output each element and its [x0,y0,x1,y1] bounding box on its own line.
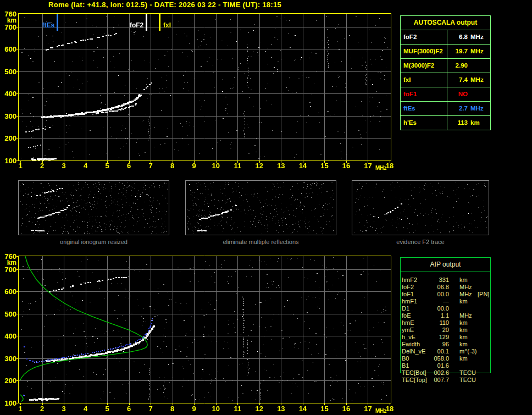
y-axis-unit-label: km [1,16,16,24]
row-value: 06.8 [433,284,449,291]
table-row: h'Es113km [401,116,490,130]
bottom-ionogram-plot [16,256,392,406]
aip-row: Ewidth96km [402,341,530,348]
row-value: 20 [433,327,449,334]
row-value: 113 [447,116,468,130]
x-tick-label: 3 [62,162,65,170]
marker-label-ftEs: ftEs [42,21,55,29]
aip-row: TEC[Top]007.7TECU [402,377,530,384]
x-tick-label: 8 [170,162,174,170]
x-tick-label: 1 [18,405,22,413]
x-tick-label: 1 [18,162,22,170]
y-tick-label: 500 [1,67,16,75]
row-unit: MHz [470,102,487,115]
row-value: 002.6 [433,369,449,377]
row-value: 01.6 [433,362,449,369]
row-label: h_vE [402,334,433,341]
x-axis-unit-label: MHz [375,165,387,171]
y-tick-label: 300 [1,112,16,120]
row-value: 2.90 [447,59,468,73]
x-tick-label: 12 [256,162,263,170]
x-tick-label: 7 [149,405,153,413]
x-tick-label: 2 [40,405,44,413]
row-label: foF2 [401,30,447,44]
autoscala-output-table: AUTOSCALA output foF26.8MHzMUF(3000)F219… [400,15,491,130]
autoscala-screen: Rome (lat: +41.8, lon: 012.5) - DATE: 20… [0,0,532,415]
autoscala-table-rows: foF26.8MHzMUF(3000)F219.7MHzM(3000)F22.9… [401,30,490,130]
processing-panel-3 [352,180,489,235]
row-value: 00.0 [433,291,449,298]
row-value: 2.7 [447,102,468,115]
row-value: NO [447,87,468,101]
row-unit: TECU [459,377,476,384]
row-label: TEC[Top] [402,377,433,384]
row-label: B0 [402,355,433,362]
x-tick-label: 11 [234,405,241,413]
row-unit: km [459,276,476,284]
row-value-cell: 19.7MHz [447,45,490,58]
x-tick-label: 4 [84,405,87,413]
row-unit: km [470,116,487,130]
y-axis-unit-label: km [1,259,16,267]
marker-label-foF2: foF2 [130,21,143,29]
row-unit: MHz [470,30,487,44]
row-unit: TECU [459,369,476,377]
table-row: MUF(3000)F219.7MHz [401,45,490,59]
y-tick-label: 400 [1,90,16,98]
x-tick-label: 14 [299,405,307,413]
autoscala-table-header: AUTOSCALA output [401,16,490,30]
row-label: ftEs [401,102,447,115]
row-unit: MHz [459,284,476,291]
aip-row: B101.6 [402,362,530,369]
aip-row: TEC[Bot]002.6TECU [402,369,530,377]
row-label: D1 [402,305,433,312]
row-unit: MHz [470,73,487,87]
x-tick-label: 17 [364,162,372,170]
row-value-cell: 113km [447,116,490,130]
panel-caption: eliminate multiple reflections [185,239,336,245]
aip-row: hmF1---km [402,298,530,305]
x-tick-label: 14 [299,162,307,170]
table-row: foF26.8MHz [401,30,490,45]
row-value: 00.1 [433,348,449,355]
x-tick-label: 13 [277,162,285,170]
row-unit: MHz [470,45,487,58]
row-value: 7.4 [447,73,468,87]
row-label: hmF2 [402,276,433,284]
x-tick-label: 9 [192,162,196,170]
row-unit [470,87,487,101]
y-tick-label: 600 [1,287,16,296]
row-unit: km [459,334,476,341]
row-extra: [PN] [478,291,489,298]
row-unit: m^(-3) [459,348,476,355]
x-tick-label: 10 [212,162,220,170]
row-value: 96 [433,341,449,348]
aip-row: B0058.0km [402,355,530,362]
y-tick-label: 400 [1,332,16,340]
row-label: foF2 [402,284,433,291]
x-tick-label: 18 [386,162,394,170]
x-tick-label: 12 [256,405,263,413]
aip-row: h_vE129km [402,334,530,341]
aip-row: foF100.0MHz[PN] [402,291,530,298]
panel-caption: original ionogram resized [18,239,169,245]
aip-row: hmF2331km [402,276,530,284]
y-tick-label: 200 [1,134,16,142]
aip-row: DelN_vE00.1m^(-3) [402,348,530,355]
row-value: 00.0 [433,305,449,312]
row-value: 007.7 [433,377,449,384]
row-label: fxI [401,73,447,87]
table-row: fxI7.4MHz [401,73,490,87]
table-row: ftEs2.7MHz [401,102,490,116]
row-label: M(3000)F2 [401,59,447,73]
top-ionogram-plot [16,13,392,163]
x-tick-label: 16 [342,162,350,170]
aip-row: hmE110km [402,319,530,327]
row-unit [459,362,476,369]
aip-output-rows: hmF2331kmfoF206.8MHzfoF100.0MHz[PN]hmF1-… [402,276,530,384]
row-value: 6.8 [447,30,468,44]
x-tick-label: 15 [320,405,328,413]
row-label: foF1 [401,87,447,101]
row-value: --- [433,298,449,305]
aip-table-header: AIP output [401,258,490,272]
